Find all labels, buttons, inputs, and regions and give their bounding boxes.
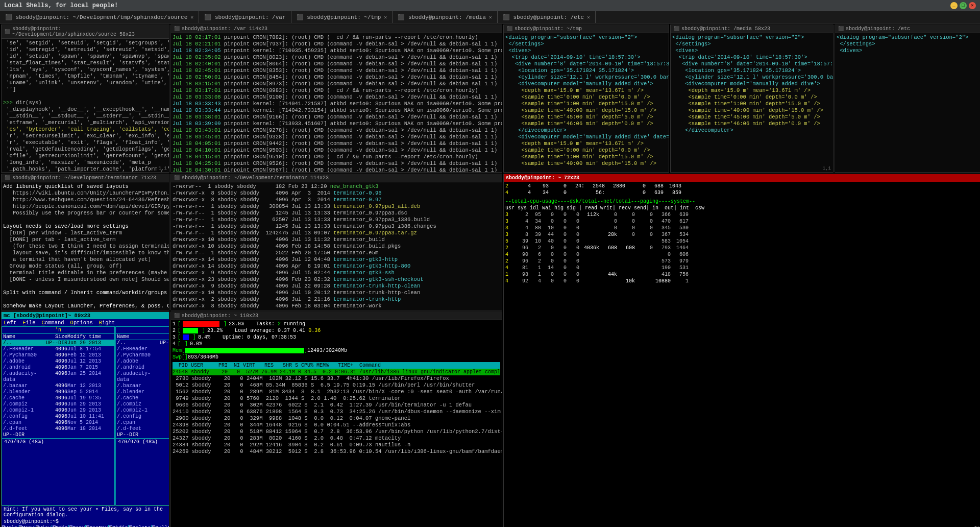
mc-r-row-cache[interactable]: /.cache4096 Jul 19 9:35 [116,395,169,401]
mc-btn-7[interactable]: 7Mkdir [109,525,129,527]
tab-3-close[interactable]: ✕ [489,14,492,20]
minimize-button[interactable]: _ [950,2,958,9]
mc-r-row-baz[interactable]: /.bazaar4096 Mar 12 2013 [116,383,169,389]
mc-row-fbr[interactable]: /.FBReader4096 Jul 8 17:54 [2,346,114,352]
htop-proc-row[interactable]: 1562 sboddy 20 0 289M 81M 3434 S 8.1 2h3… [173,389,500,395]
term-line: Jul 18 03:38:01 pinpoint CRON[9166]: (ro… [173,114,500,121]
mc-row-baz[interactable]: /.bazaar4096 Mar 12 2013 [2,383,114,389]
htop-proc-row[interactable]: 9749 sboddy 20 0 5760 2120 1344 S 2.0 1.… [173,395,500,402]
mc-panels: 'n Name Size Modify time /..UP--DIR Jun … [2,326,169,506]
htop-proc-row[interactable]: 2780 sboddy 20 0 2404M 102M 32.12 S 15.6… [173,375,500,382]
mc-r-row-and[interactable]: /.android4096 Jan 7 2015 [116,365,169,371]
term-line: <sample time='1:00 min' depth='15.0 m' /… [505,101,667,107]
htop-proc-row[interactable]: 25202 sboddy 20 0 518M 88412 15064 S 0.7… [173,428,500,435]
nmon-data-row: 5 39 10 40 0 0 583 1054 [505,238,980,245]
mc-btn-3[interactable]: 3View [35,525,52,527]
pane-htop-title: sboddy@pinpoint: ~ 110x23 [182,313,258,319]
tab-0[interactable]: ⬛ sboddy@pinpoint: ~/Development/tmp/sph… [0,11,199,23]
tab-2[interactable]: ⬛ sboddy@pinpoint: ~/tmp ✕ [291,11,393,23]
tab-1[interactable]: ⬛ sboddy@pinpoint: /var [199,11,291,23]
mc-row-conf[interactable]: /.config4096 Jul 10 11:41 [2,414,114,420]
tab-3[interactable]: ⬛ sboddy@pinpoint: /media ✕ [393,11,497,23]
mc-btn-2[interactable]: 2Menu [18,525,35,527]
mc-r-row-dfeet[interactable]: /.d-feet4096 Mar 18 2014 [116,426,169,432]
pane-6-content[interactable]: Add libunity quicklist of saved layouts … [2,182,169,310]
mc-r-row-aud[interactable]: /.audacity-data4096 Jan 25 2014 [116,371,169,383]
mc-cmdline[interactable]: sboddy@pinpoint:~$ [2,518,169,525]
mc-btn-5[interactable]: 5Copy [69,525,86,527]
mc-menu-left[interactable]: Left [4,320,16,326]
htop-proc-row[interactable]: 9606 sboddy 20 0 302M 42376 6022 S 2.1 0… [173,402,500,409]
term-line: Jul 18 04:10:01 pinpoint CRON[9503]: (ro… [173,147,500,154]
htop-proc-row[interactable]: 5012 sboddy 20 0 468M 85.34M 85836 S 6.5… [173,382,500,389]
close-button[interactable]: ✕ [969,2,976,9]
htop-proc-row[interactable]: 24384 sboddy 20 0 292M 12416 3904 S 0.2 … [173,442,500,448]
mc-row-cpan[interactable]: /.cpan4096 Nov 5 2014 [2,420,114,426]
mc-r-row-up[interactable]: /..UP--DIR Jun 29 2013 [116,340,169,346]
term-line: Jul 18 03:33:08 pinpoint CRON[9100]: (ro… [173,94,500,101]
mc-r-row-comp2[interactable]: /.compiz-14096 Jun 29 2013 [116,408,169,414]
mc-r-row-ado[interactable]: /.adobe4096 Jul 12 2013 [116,358,169,365]
tab-2-close[interactable]: ✕ [384,14,387,20]
mc-r-row-conf[interactable]: /.config4096 Jul 10 11:41 [116,414,169,420]
mc-right-panel-header: 'n [116,327,169,334]
mc-menu-command[interactable]: Command [41,320,64,326]
htop-proc-row[interactable]: 2900 sboddy 20 0 329M 9988 1048 S 0.0 0.… [173,415,500,422]
term-line: -rwxrwr-- 1 sboddy sboddy 182 Feb 23 12:… [173,183,500,190]
pane-5-content[interactable]: <dialog program="subsurface" version="2"… [835,33,980,172]
mc-row-and[interactable]: /.android4096 Jan 7 2015 [2,365,114,371]
htop-cpu-row-1: 1[|||||||||||| ] 23.0% Tasks: 2 running [173,321,500,327]
nmon-content[interactable]: 2 4 93 0 24: 2548 2880 0 688 1043 4 4 34… [504,182,980,527]
htop-proc-row[interactable]: 24110 sboddy 20 0 63876 21808 1564 S 0.3… [173,409,500,415]
mc-menu-right[interactable]: Right [99,320,115,326]
maximize-button[interactable]: □ [960,2,967,9]
term-line: <location gps='35.171824 35.171824'> [672,67,831,74]
mc-r-row-updir2[interactable]: UP--DIR [116,432,169,438]
htop-proc-row[interactable]: 24398 sboddy 20 0 344M 16448 9216 S 0.0 … [173,422,500,428]
pane-4-content[interactable]: <dialog program="subsurface" version="2"… [671,33,833,172]
mc-row-comp2[interactable]: /.compiz-14096 Jun 29 2013 [2,408,114,414]
mc-r-row-cpan[interactable]: /.cpan4096 Nov 5 2014 [116,420,169,426]
mc-menu-file[interactable]: File [22,320,35,326]
term-line: Jul 18 02:40:01 pinpoint CRON[8064]: (ro… [173,61,500,67]
mc-r-row-py3[interactable]: /.PyCharm304096 Feb 12 2013 [116,352,169,358]
pane-2-content[interactable]: Jul 18 02:17:01 pinpoint CRON[7882]: (ro… [171,33,502,172]
pane-6-header: ⬛ sboddy@pinpoint: ~/Development/termina… [2,174,169,182]
tab-4[interactable]: ⬛ sboddy@pinpoint: /etc ✕ [498,11,596,23]
tab-4-close[interactable]: ✕ [587,14,590,20]
mc-row-updir2[interactable]: UP--DIR [2,432,114,438]
pane-1-content[interactable]: 'se', 'setgid', 'seteuid', 'setgid', 'se… [2,39,169,172]
mc-r-row-comp[interactable]: /.compiz4096 Jun 29 2013 [116,401,169,408]
mc-btn-4[interactable]: 4Edit [52,525,69,527]
tab-4-label: ⬛ sboddy@pinpoint: /etc [503,14,584,20]
nmon-data-row: 2 96 2 0 0 0 4036k 608 608 0 793 1464 [505,245,980,251]
mc-row-blen[interactable]: /.blender4096 Sep 5 2014 [2,389,114,395]
htop-proc-row[interactable]: 24327 sboddy 20 0 283M 8020 4160 S 2.0 0… [173,435,500,442]
mc-row-aud[interactable]: /.audacity-data4096 Jan 25 2014 [2,371,114,383]
mc-row-comp[interactable]: /.compiz4096 Jun 29 2013 [2,401,114,408]
htop-proc-row[interactable]: 24269 sboddy 20 0 484M 30212 5012 S 2.8 … [173,448,500,455]
htop-proc-row-highlight[interactable]: 24548 sboddy 20 0 527M 76.9M 24.1M R 34.… [173,369,500,375]
mc-btn-1[interactable]: 1Help [2,525,18,527]
term-line: terminal title editable in the preferenc… [3,270,167,276]
term-line: <divecomputer model='manually added dive… [505,81,667,87]
mc-btn-6[interactable]: 6RenMov [86,525,109,527]
nmon-stats-header: --total-cpu-usage----dsk/total--net/tota… [505,198,980,205]
mc-row-cache[interactable]: /.cache4096 Jul 19 9:35 [2,395,114,401]
mc-btn-9[interactable]: 9PullDn [152,525,169,527]
mc-r-row-fbr[interactable]: /.FBReader4096 Jul 8 17:54 [116,346,169,352]
pane-htop-content[interactable]: 1[|||||||||||| ] 23.0% Tasks: 2 running … [171,320,502,527]
mc-row-dfeet[interactable]: /.d-feet4096 Mar 18 2014 [2,426,114,432]
mc-r-row-blen[interactable]: /.blender4096 Sep 5 2014 [116,389,169,395]
mc-menu-options[interactable]: Options [70,320,93,326]
term-line: <location gps='35.171824 35.171824'> [505,67,667,74]
mc-row-up[interactable]: /..UP--DIR Jun 29 2013 [2,340,114,346]
pane-3-content[interactable]: <dialog program="subsurface" version="2"… [504,33,669,172]
term-line: drwxrwxr-x 8 sboddy sboddy 4096 Apr 3 20… [173,197,500,203]
mc-row-py3[interactable]: /.PyCharm304096 Feb 12 2013 [2,352,114,358]
mc-header: mc [sboddy@pinpoint]~ 89x23 [2,312,169,319]
mc-row-ado[interactable]: /.adobe4096 Jul 12 2013 [2,358,114,365]
pane-7-content[interactable]: -rwxrwr-- 1 sboddy sboddy 182 Feb 23 12:… [171,182,502,310]
mc-btn-8[interactable]: 8Delete [129,525,152,527]
tab-0-close[interactable]: ✕ [190,14,193,20]
